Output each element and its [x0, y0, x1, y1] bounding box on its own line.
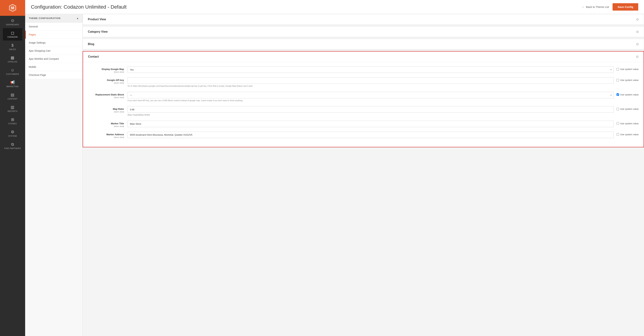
use-system-label-replacement-static-block[interactable]: Use system value [616, 92, 638, 96]
use-system-text-marker-address: Use system value [620, 133, 638, 136]
use-system-label-map-ratio[interactable]: Use system value [616, 106, 638, 110]
section-title-blog: Blog [88, 42, 94, 46]
input-marker-address[interactable] [128, 132, 614, 138]
form-input-col-marker-title: Use system value [128, 121, 638, 127]
input-google-api-key[interactable] [128, 77, 614, 84]
section-category-view: Category View ⊙ [83, 26, 644, 37]
input-marker-title[interactable] [128, 121, 614, 127]
section-header-contact[interactable]: Contact ⊙ [83, 51, 644, 62]
use-system-label-display-google-map[interactable]: Use system value [616, 66, 638, 70]
use-system-text-display-google-map: Use system value [620, 68, 638, 70]
form-label-sub-map-ratio: [store view] [88, 111, 124, 113]
left-panel-item-mobile[interactable]: Mobile [25, 63, 82, 71]
form-hint-google-api-key: Go to https://developers.google.com/maps… [128, 84, 614, 88]
form-label-marker-title: Marker Title [88, 122, 124, 125]
section-title-category-view: Category View [88, 30, 108, 33]
form-control-map-ratio: [Map Height]/[Map Width] [128, 106, 614, 116]
form-control-google-api-key: Go to https://developers.google.com/maps… [128, 77, 614, 88]
form-label-col-replacement-static-block: Replacement Static Block [store view] [88, 92, 128, 99]
form-label-display-google-map: Display Google Map [88, 68, 124, 70]
left-panel-item-ajax-shopping-cart[interactable]: Ajax Shopping Cart [25, 47, 82, 55]
back-to-theme-list-link[interactable]: ← Back to Theme List [582, 5, 609, 8]
form-label-sub-replacement-static-block: [store view] [88, 96, 124, 99]
left-panel-items: GeneralPagesImage SettingsAjax Shopping … [25, 23, 82, 79]
form-label-marker-address: Marker Address [88, 133, 124, 136]
form-input-col-google-api-key: Go to https://developers.google.com/maps… [128, 77, 638, 88]
section-header-category-view[interactable]: Category View ⊙ [83, 26, 644, 37]
save-config-button[interactable]: Save Config [612, 3, 638, 10]
use-system-checkbox-display-google-map[interactable] [616, 68, 619, 70]
page-title: Configuration: Codazon Unlimited - Defau… [31, 4, 126, 10]
sidebar-label-customers: CUSTOMERS [6, 73, 19, 75]
form-hint-replacement-static-block: If you don't have API key, you can use a… [128, 99, 614, 102]
section-header-product-view[interactable]: Product View ⊙ [83, 14, 644, 25]
sales-icon: $ [12, 43, 14, 48]
left-panel-item-checkout-page[interactable]: Checkout Page [25, 71, 82, 79]
sidebar-item-system[interactable]: ⚙ SYSTEM [3, 127, 22, 140]
form-label-col-marker-title: Marker Title [store view] [88, 121, 128, 127]
content-icon: ▤ [10, 93, 14, 97]
use-system-checkbox-google-api-key[interactable] [616, 79, 619, 81]
form-label-sub-marker-title: [store view] [88, 125, 124, 127]
select-display-google-map[interactable]: YesNo [128, 66, 614, 73]
stores-icon: ⊞ [11, 117, 14, 122]
left-panel-item-pages[interactable]: Pages [25, 31, 82, 39]
sidebar-item-stores[interactable]: ⊞ STORES [3, 115, 22, 127]
theme-config-header[interactable]: THEME CONFIGURATION ▲ [25, 14, 82, 23]
use-system-label-marker-title[interactable]: Use system value [616, 121, 638, 125]
form-label-map-ratio: Map Ratio [88, 108, 124, 110]
back-arrow-icon: ← [582, 5, 584, 8]
catalog-icon: ▦ [10, 55, 14, 60]
section-body-contact: Display Google Map [store view] YesNoUse… [83, 62, 644, 147]
select-replacement-static-block[interactable]: --- [128, 92, 614, 98]
sidebar-item-customers[interactable]: ☺ CUSTOMERS [3, 65, 22, 78]
system-icon: ⚙ [11, 130, 14, 134]
reports-icon: ▥ [10, 105, 14, 110]
use-system-checkbox-marker-address[interactable] [616, 133, 619, 136]
use-system-label-google-api-key[interactable]: Use system value [616, 77, 638, 81]
use-system-text-replacement-static-block: Use system value [620, 93, 638, 96]
sidebar-item-sales[interactable]: $ SALES [3, 40, 22, 53]
select-wrapper-replacement-static-block: --- [128, 92, 614, 98]
form-label-col-map-ratio: Map Ratio [store view] [88, 106, 128, 113]
form-input-col-replacement-static-block: ---If you don't have API key, you can us… [128, 92, 638, 102]
use-system-checkbox-replacement-static-block[interactable] [616, 93, 619, 96]
left-panel-item-ajax-wishlist[interactable]: Ajax Wishlist and Compare [25, 55, 82, 63]
form-label-sub-display-google-map: [store view] [88, 71, 124, 73]
use-system-label-marker-address[interactable]: Use system value [616, 132, 638, 136]
form-control-marker-title [128, 121, 614, 127]
left-panel-item-image-settings[interactable]: Image Settings [25, 39, 82, 47]
theme-config-collapse-icon: ▲ [76, 17, 79, 19]
form-row-marker-title: Marker Title [store view] Use system val… [88, 121, 638, 127]
marketing-icon: 📢 [10, 80, 15, 85]
sidebar-item-find-partners[interactable]: ⧉ FIND PARTNERS [3, 140, 22, 152]
input-map-ratio[interactable] [128, 106, 614, 113]
back-link-label: Back to Theme List [586, 5, 609, 8]
section-chevron-blog: ⊙ [636, 42, 639, 46]
sidebar-item-catalog[interactable]: ▦ CATALOG [3, 53, 22, 65]
sidebar-label-marketing: MARKETING [6, 86, 19, 88]
sidebar-label-reports: REPORTS [8, 110, 18, 112]
sidebar-item-reports[interactable]: ▥ REPORTS [3, 102, 22, 115]
sections-container: Product View ⊙ Category View ⊙ Blog ⊙ Co… [83, 14, 644, 147]
form-input-col-display-google-map: YesNoUse system value [128, 66, 638, 73]
section-chevron-contact: ⊙ [636, 55, 638, 59]
form-row-display-google-map: Display Google Map [store view] YesNoUse… [88, 66, 638, 73]
section-header-blog[interactable]: Blog ⊙ [83, 39, 644, 49]
sidebar-item-content[interactable]: ▤ CONTENT [3, 90, 22, 102]
form-input-col-marker-address: Use system value [128, 132, 638, 138]
form-label-sub-marker-address: [store view] [88, 136, 124, 138]
customers-icon: ☺ [10, 68, 15, 72]
form-row-marker-address: Marker Address [store view] Use system v… [88, 132, 638, 138]
sidebar-item-marketing[interactable]: 📢 MARKETING [3, 78, 22, 90]
sidebar-item-dashboard[interactable]: ⊙ DASHBOARD [3, 16, 22, 28]
left-panel-item-general[interactable]: General [25, 23, 82, 31]
content-area: THEME CONFIGURATION ▲ GeneralPagesImage … [25, 14, 644, 336]
form-row-replacement-static-block: Replacement Static Block [store view] --… [88, 92, 638, 102]
find-partners-icon: ⧉ [11, 142, 14, 147]
use-system-checkbox-marker-title[interactable] [616, 122, 619, 125]
form-control-marker-address [128, 132, 614, 138]
use-system-checkbox-map-ratio[interactable] [616, 108, 619, 110]
form-row-map-ratio: Map Ratio [store view] [Map Height]/[Map… [88, 106, 638, 116]
sidebar-item-codazon[interactable]: ◻ CODAZON [3, 28, 22, 40]
